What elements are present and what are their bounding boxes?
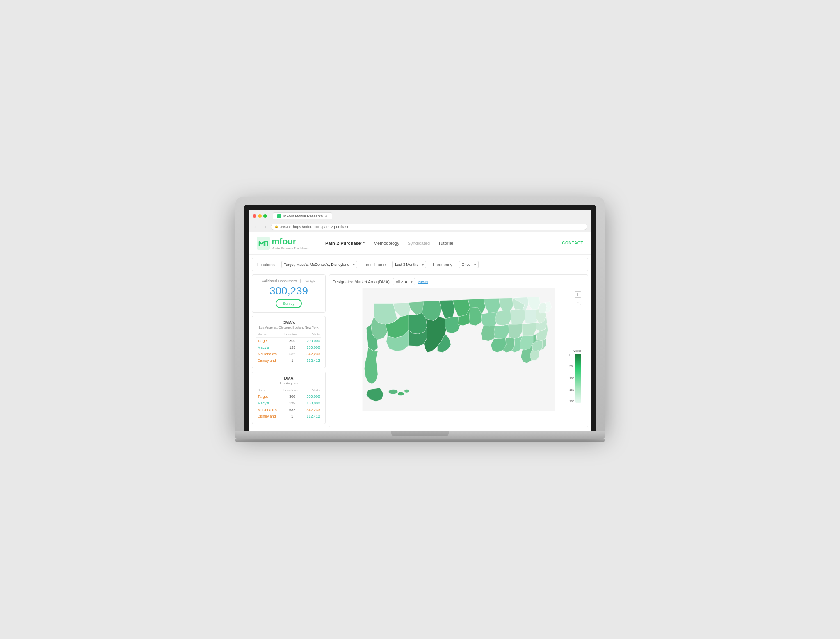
zoom-out-button[interactable]: -: [575, 299, 581, 305]
cell-name[interactable]: Macy's: [256, 344, 283, 351]
cell-name[interactable]: McDonald's: [256, 351, 283, 357]
cell-location: 300: [282, 393, 302, 400]
laptop-foot: [235, 439, 605, 442]
cell-name[interactable]: Target: [256, 393, 282, 400]
map-header: Designated Market Area (DMA) All 210 ▼ R…: [333, 278, 584, 285]
laptop-wrapper: MFour Mobile Research ✕ ← → 🔒 Secure htt…: [235, 197, 605, 442]
dma-select[interactable]: All 210: [393, 278, 415, 285]
address-bar[interactable]: 🔒 Secure https://mfour.com/path-2-purcha…: [271, 224, 587, 230]
cell-visits: 342,233: [302, 406, 321, 413]
table-row: Disneyland 1 112,412: [256, 357, 321, 364]
col-header-name: Name: [256, 332, 283, 338]
survey-button[interactable]: Survey: [276, 299, 302, 308]
logo-text: mfour: [272, 236, 309, 247]
cell-name[interactable]: Disneyland: [256, 413, 282, 420]
back-button[interactable]: ←: [253, 224, 259, 230]
svg-point-4: [404, 390, 409, 393]
map-title: Designated Market Area (DMA): [333, 280, 390, 284]
tab-favicon: [277, 214, 281, 218]
cell-location: 532: [283, 351, 301, 357]
browser-tabs: MFour Mobile Research ✕: [273, 212, 332, 219]
logo-tagline: Mobile Research That Moves: [272, 247, 309, 250]
validated-count: 300,239: [256, 285, 321, 297]
filter-bar: Locations Target, Macy's, McDonald's, Di…: [252, 258, 588, 271]
dma-title: DMA: [256, 376, 321, 381]
tab-close-icon[interactable]: ✕: [325, 214, 328, 218]
dma-col-locations: Locations: [282, 388, 302, 393]
table-row: Target 300 200,000: [256, 393, 321, 400]
dma-col-name: Name: [256, 388, 282, 393]
legend-label-200: 200: [569, 400, 574, 403]
dmas-section: DMA's Los Angeles, Chicago, Boston, New …: [252, 316, 326, 368]
timeframe-select-wrapper[interactable]: Last 3 Months ▼: [392, 261, 426, 268]
cell-visits: 200,000: [302, 393, 321, 400]
timeframe-select[interactable]: Last 3 Months: [392, 261, 426, 268]
cell-name[interactable]: Macy's: [256, 400, 282, 406]
cell-location: 532: [282, 406, 302, 413]
col-header-location: Location: [283, 332, 301, 338]
locations-label: Locations: [257, 262, 275, 267]
screen: MFour Mobile Research ✕ ← → 🔒 Secure htt…: [249, 210, 591, 431]
site-nav: Path-2-Purchase™ Methodology Syndicated …: [325, 241, 562, 246]
tab-label: MFour Mobile Research: [283, 214, 323, 218]
legend-title: Visits: [573, 349, 581, 353]
nav-syndicated[interactable]: Syndicated: [408, 241, 430, 246]
table-row: Macy's 125 150,000: [256, 400, 321, 406]
dma-table: Name Locations Visits Target 300 200,000: [256, 388, 321, 420]
browser-tab[interactable]: MFour Mobile Research ✕: [273, 212, 332, 219]
cell-visits: 112,412: [301, 357, 321, 364]
validated-consumers-section: Validated Consumers Weight 300,239 Surve…: [252, 274, 326, 313]
nav-path2purchase[interactable]: Path-2-Purchase™: [325, 241, 365, 246]
contact-button[interactable]: CONTACT: [562, 241, 583, 245]
nav-tutorial[interactable]: Tutorial: [438, 241, 453, 246]
cell-name[interactable]: Disneyland: [256, 357, 283, 364]
cell-visits: 200,000: [301, 338, 321, 345]
cell-location: 1: [282, 413, 302, 420]
dma-subtitle: Los Angeles: [256, 381, 321, 385]
laptop-base: [235, 431, 605, 439]
cell-visits: 150,000: [302, 400, 321, 406]
dmas-title: DMA's: [256, 320, 321, 325]
cell-name[interactable]: McDonald's: [256, 406, 282, 413]
site-header: mfour Mobile Research That Moves Path-2-…: [249, 232, 591, 255]
content-row: Validated Consumers Weight 300,239 Surve…: [252, 274, 588, 427]
nav-methodology[interactable]: Methodology: [374, 241, 399, 246]
weight-checkbox[interactable]: Weight: [300, 279, 316, 283]
zoom-in-button[interactable]: +: [575, 291, 581, 298]
frequency-label: Frequency: [433, 262, 452, 267]
legend-label-100: 100: [569, 377, 574, 380]
cell-name[interactable]: Target: [256, 338, 283, 345]
cell-visits: 342,233: [301, 351, 321, 357]
legend-bar-container: 0 50 100 150 200: [569, 354, 581, 403]
traffic-lights: [253, 214, 267, 218]
frequency-select-wrapper[interactable]: Once ▼: [459, 261, 479, 268]
minimize-button[interactable]: [258, 214, 262, 218]
maximize-button[interactable]: [263, 214, 267, 218]
laptop-body: MFour Mobile Research ✕ ← → 🔒 Secure htt…: [235, 197, 605, 431]
legend-label-0: 0: [569, 354, 574, 356]
browser-chrome: MFour Mobile Research ✕ ← → 🔒 Secure htt…: [249, 210, 591, 232]
locations-select-wrapper[interactable]: Target, Macy's, McDonald's, Disneyland ▼: [281, 261, 357, 268]
left-panel: Validated Consumers Weight 300,239 Surve…: [252, 274, 326, 427]
legend-label-50: 50: [569, 365, 574, 368]
reset-link[interactable]: Reset: [418, 280, 428, 284]
us-map-svg: [333, 288, 584, 411]
dma-select-wrapper[interactable]: All 210 ▼: [393, 278, 415, 285]
locations-select[interactable]: Target, Macy's, McDonald's, Disneyland: [281, 261, 357, 268]
cell-visits: 150,000: [301, 344, 321, 351]
weight-checkbox-box[interactable]: [300, 279, 304, 283]
secure-icon: 🔒: [274, 225, 278, 228]
cell-location: 300: [283, 338, 301, 345]
cell-location: 125: [283, 344, 301, 351]
frequency-select[interactable]: Once: [459, 261, 479, 268]
content-area: Locations Target, Macy's, McDonald's, Di…: [249, 255, 591, 431]
browser-toolbar: MFour Mobile Research ✕: [253, 212, 587, 219]
cell-location: 125: [282, 400, 302, 406]
map-area: Designated Market Area (DMA) All 210 ▼ R…: [329, 274, 588, 427]
close-button[interactable]: [253, 214, 256, 218]
legend-label-150: 150: [569, 388, 574, 391]
screen-bezel: MFour Mobile Research ✕ ← → 🔒 Secure htt…: [244, 205, 596, 431]
cell-location: 1: [283, 357, 301, 364]
logo-area: mfour Mobile Research That Moves: [257, 236, 309, 250]
forward-button[interactable]: →: [262, 224, 268, 230]
